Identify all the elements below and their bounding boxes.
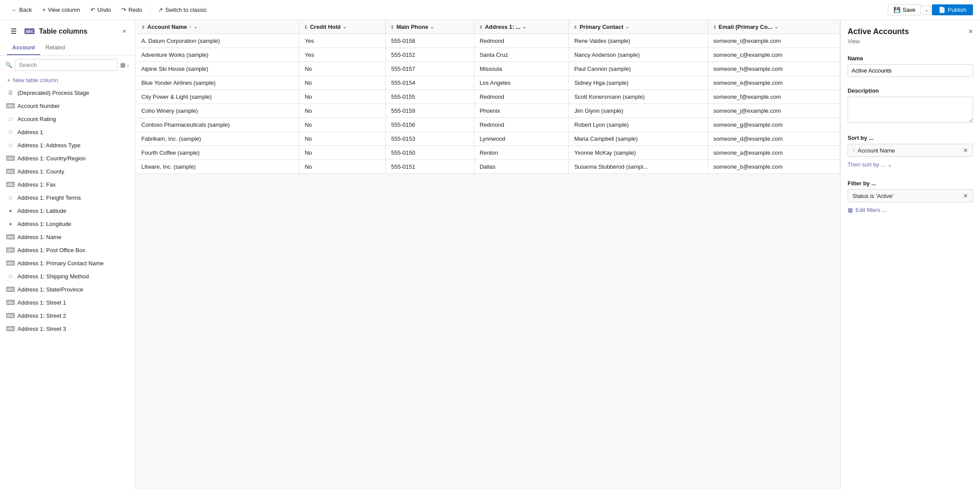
table-cell-primary-contact: Maria Campbell (sample) — [569, 132, 708, 146]
name-input[interactable] — [848, 64, 973, 77]
sort-remove-button[interactable]: ✕ — [963, 147, 968, 154]
table-row[interactable]: Litware, Inc. (sample)No555-0151DallasSu… — [136, 160, 840, 174]
add-icon: + — [7, 77, 10, 83]
table-cell-address-1: Dallas — [474, 160, 569, 174]
publish-button[interactable]: 📄 Publish — [932, 4, 973, 15]
save-dropdown-button[interactable]: ⌄ — [922, 5, 931, 14]
description-textarea[interactable] — [848, 97, 973, 123]
sidebar-item-address-1-street-3[interactable]: abcAddress 1: Street 3 — [0, 322, 135, 335]
table-row[interactable]: Alpine Ski House (sample)No555-0157Misso… — [136, 62, 840, 76]
sidebar-item-label: Address 1: Address Type — [17, 142, 80, 149]
then-sort-button[interactable]: Then sort by ... ⌄ — [848, 160, 892, 170]
view-column-button[interactable]: + View column — [38, 5, 84, 15]
filter-button[interactable]: ▦ ⌄ — [120, 62, 130, 68]
sidebar-item-address-1-latitude[interactable]: ●Address 1: Latitude — [0, 204, 135, 217]
table-cell-address-1: Redmond — [474, 34, 569, 48]
column-header-main-phone[interactable]: ▮Main Phone⌄ — [386, 20, 474, 34]
sidebar-item-address-1[interactable]: □Address 1 — [0, 125, 135, 139]
new-table-column-button[interactable]: + New table column — [0, 74, 135, 86]
table-row[interactable]: Fourth Coffee (sample)No555-0150RentonYv… — [136, 146, 840, 160]
sidebar-close-button[interactable]: × — [121, 26, 128, 37]
sidebar-item-address-1-state-province[interactable]: abcAddress 1: State/Province — [0, 283, 135, 296]
table-row[interactable]: A. Datum Corporation (sample)Yes555-0158… — [136, 34, 840, 48]
right-panel-subtitle: View — [841, 38, 980, 50]
switch-classic-button[interactable]: ↗ Switch to classic — [154, 5, 211, 15]
col-sort-icon[interactable]: ⌄ — [430, 24, 434, 30]
item-icon-deprecated-process-stage: ☰ — [7, 89, 14, 96]
col-drag-icon: ▮ — [713, 24, 716, 29]
filter-label: Filter by ... — [848, 180, 973, 187]
sort-asc-indicator: ↑ — [189, 24, 192, 30]
sort-label: Sort by ... — [848, 135, 973, 141]
col-sort-icon[interactable]: ⌄ — [522, 24, 526, 30]
sidebar-item-address-1-shipping-method[interactable]: □Address 1: Shipping Method — [0, 270, 135, 283]
sidebar-item-address-1-freight-terms[interactable]: □Address 1: Freight Terms — [0, 191, 135, 204]
data-table: ▮Account Name ↑⌄▮Credit Hold⌄▮Main Phone… — [135, 20, 840, 174]
col-sort-icon[interactable]: ⌄ — [194, 24, 197, 30]
table-row[interactable]: Fabrikam, Inc. (sample)No555-0153Lynnwoo… — [136, 132, 840, 146]
col-sort-icon[interactable]: ⌄ — [343, 24, 346, 30]
column-header-primary-contact[interactable]: ▮Primary Contact⌄ — [569, 20, 708, 34]
column-header-credit-hold[interactable]: ▮Credit Hold⌄ — [299, 20, 386, 34]
table-row[interactable]: Blue Yonder Airlines (sample)No555-0154L… — [136, 76, 840, 90]
table-cell-address-1: Santa Cruz — [474, 48, 569, 62]
column-header-address-1[interactable]: ▮Address 1: ...⌄ — [474, 20, 569, 34]
publish-icon: 📄 — [938, 7, 945, 13]
table-cell-credit-hold: Yes — [299, 34, 386, 48]
column-header-account-name[interactable]: ▮Account Name ↑⌄ — [136, 20, 299, 34]
topbar: ← Back + View column ↶ Undo ↷ Redo ↗ Swi… — [0, 0, 980, 20]
table-row[interactable]: Coho Winery (sample)No555-0159PhoenixJim… — [136, 104, 840, 118]
table-cell-primary-contact: Scott Konersmann (sample) — [569, 90, 708, 104]
col-label: Main Phone — [396, 24, 428, 30]
search-input[interactable] — [15, 59, 118, 71]
sidebar-item-address-1-post-office-box[interactable]: abcAddress 1: Post Office Box — [0, 243, 135, 257]
table-cell-account-name: Coho Winery (sample) — [136, 104, 299, 118]
sidebar-item-address-1-street-1[interactable]: abcAddress 1: Street 1 — [0, 296, 135, 309]
panel-sort-section: Sort by ... ↑ Account Name ✕ Then sort b… — [841, 129, 980, 175]
edit-filters-button[interactable]: ▦ Edit filters ... — [848, 205, 887, 215]
sidebar-item-address-1-street-2[interactable]: abcAddress 1: Street 2 — [0, 309, 135, 322]
hamburger-button[interactable]: ☰ — [7, 25, 20, 37]
table-body: A. Datum Corporation (sample)Yes555-0158… — [136, 34, 840, 174]
table-cell-primary-contact: Rene Valdes (sample) — [569, 34, 708, 48]
table-cell-credit-hold: No — [299, 76, 386, 90]
sidebar-item-address-1-longitude[interactable]: ●Address 1: Longitude — [0, 217, 135, 230]
sidebar-item-address-1-name[interactable]: abcAddress 1: Name — [0, 230, 135, 243]
table-cell-main-phone: 555-0159 — [386, 104, 474, 118]
undo-icon: ↶ — [90, 7, 95, 13]
table-row[interactable]: Contoso Pharmaceuticals (sample)No555-01… — [136, 118, 840, 132]
column-header-email-primary[interactable]: ▮Email (Primary Co...⌄ — [708, 20, 840, 34]
panel-name-section: Name — [841, 50, 980, 82]
table-cell-account-name: Fourth Coffee (sample) — [136, 146, 299, 160]
right-panel-close-button[interactable]: × — [968, 27, 973, 36]
table-cell-primary-contact: Susanna Stubberod (sampl... — [569, 160, 708, 174]
col-sort-icon[interactable]: ⌄ — [625, 24, 629, 30]
sidebar-item-deprecated-process-stage[interactable]: ☰(Deprecated) Process Stage — [0, 86, 135, 99]
sidebar-item-label: Address 1: State/Province — [17, 286, 83, 293]
filter-item-label: Status is 'Active' — [852, 193, 960, 199]
table-cell-account-name: Alpine Ski House (sample) — [136, 62, 299, 76]
sidebar-item-account-rating[interactable]: □Account Rating — [0, 112, 135, 125]
sidebar-item-address-1-address-type[interactable]: □Address 1: Address Type — [0, 139, 135, 152]
tab-related[interactable]: Related — [40, 41, 70, 55]
table-row[interactable]: City Power & Light (sample)No555-0155Red… — [136, 90, 840, 104]
sidebar-item-account-number[interactable]: abcAccount Number — [0, 99, 135, 112]
save-button[interactable]: 💾 Save — [888, 4, 921, 15]
then-sort-chevron-icon: ⌄ — [887, 161, 892, 168]
table-cell-email-primary: someone_f@example.com — [708, 90, 840, 104]
tab-account[interactable]: Account — [7, 41, 40, 55]
table-row[interactable]: Adventure Works (sample)Yes555-0152Santa… — [136, 48, 840, 62]
undo-button[interactable]: ↶ Undo — [86, 5, 115, 15]
sidebar-item-address-1-primary-contact-name[interactable]: abcAddress 1: Primary Contact Name — [0, 257, 135, 270]
sidebar-item-address-1-fax[interactable]: abcAddress 1: Fax — [0, 178, 135, 191]
filter-remove-button[interactable]: ✕ — [963, 192, 968, 199]
table-cell-main-phone: 555-0158 — [386, 34, 474, 48]
sidebar-item-address-1-country-region[interactable]: abcAddress 1: Country/Region — [0, 152, 135, 165]
table-area: ▮Account Name ↑⌄▮Credit Hold⌄▮Main Phone… — [135, 20, 840, 489]
sidebar-item-label: Address 1: Freight Terms — [17, 194, 81, 201]
sidebar-item-address-1-county[interactable]: abcAddress 1: County — [0, 165, 135, 178]
main-layout: ☰ abc Table columns × Account Related 🔍 … — [0, 20, 980, 489]
redo-button[interactable]: ↷ Redo — [117, 5, 146, 15]
col-sort-icon[interactable]: ⌄ — [774, 24, 778, 30]
back-button[interactable]: ← Back — [7, 5, 36, 15]
